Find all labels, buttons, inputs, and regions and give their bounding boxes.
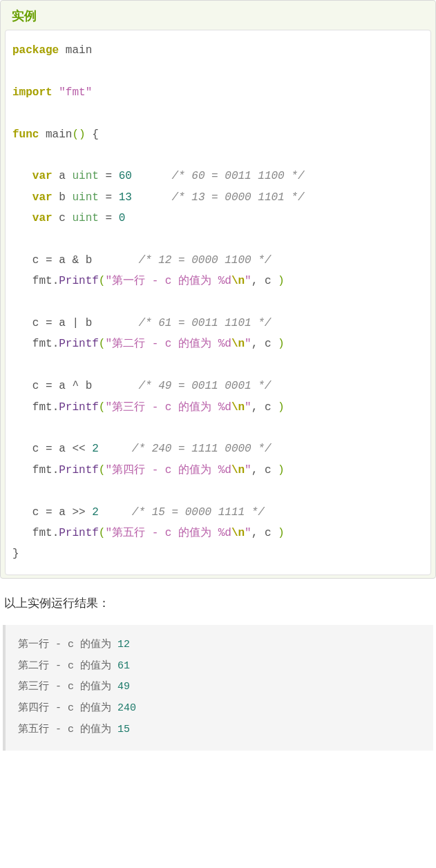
func-name: main [46,128,72,141]
keyword-func: func [12,128,39,141]
result-intro: 以上实例运行结果： [4,595,436,611]
output-line: 第五行 - c 的值为 15 [18,724,130,735]
output-line: 第一行 - c 的值为 12 [18,639,130,650]
keyword-var: var [32,170,53,182]
comment: /* 60 = 0011 1100 */ [171,170,304,182]
comment: /* 240 = 1111 0000 */ [132,443,272,455]
output-block: 第一行 - c 的值为 12 第二行 - c 的值为 61 第三行 - c 的值… [3,625,433,751]
example-title: 实例 [1,1,435,30]
code-block: package main import "fmt" func main() { … [5,30,431,575]
output-line: 第四行 - c 的值为 240 [18,702,136,714]
comment: /* 13 = 0000 1101 */ [171,191,304,204]
comment: /* 15 = 0000 1111 */ [132,506,265,519]
keyword-import: import [12,86,53,99]
output-line: 第三行 - c 的值为 49 [18,681,130,693]
output-line: 第二行 - c 的值为 61 [18,660,130,672]
import-value: "fmt" [59,86,92,99]
keyword-package: package [12,44,59,57]
code-text [59,44,66,57]
comment: /* 61 = 0011 1101 */ [138,317,271,329]
package-name: main [66,44,92,57]
comment: /* 12 = 0000 1100 */ [138,254,271,267]
example-container: 实例 package main import "fmt" func main()… [0,0,436,579]
comment: /* 49 = 0011 0001 */ [138,380,271,392]
